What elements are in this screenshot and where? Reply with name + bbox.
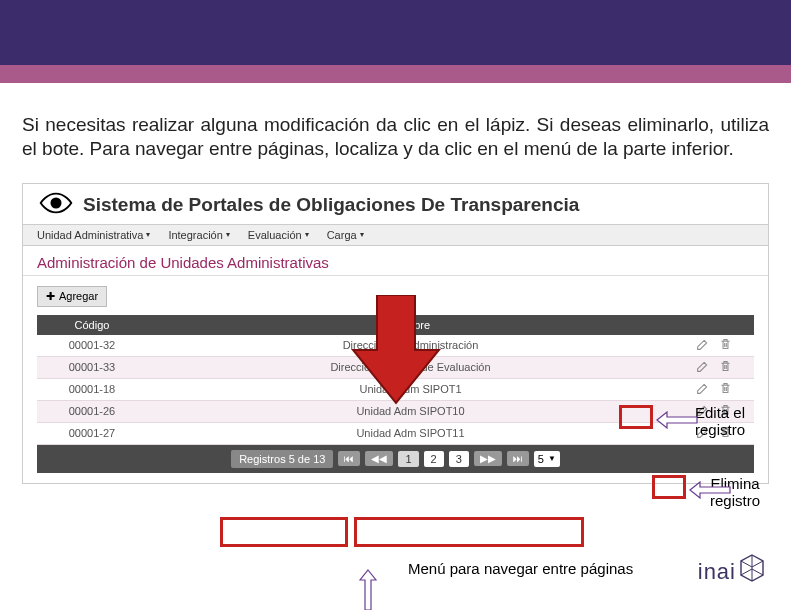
cell-actions (674, 335, 754, 357)
trash-icon[interactable] (719, 360, 732, 375)
section-title: Administración de Unidades Administrativ… (23, 246, 768, 276)
cell-actions (674, 378, 754, 400)
inai-logo-text: inai (698, 559, 736, 585)
pager-page-2[interactable]: 2 (424, 451, 444, 467)
callout-label-edit: Edita elregistro (695, 404, 745, 439)
cell-name: Unidad Adm SIPOT11 (147, 422, 674, 444)
pager-next[interactable]: ▶▶ (474, 451, 502, 466)
col-code: Código (37, 315, 147, 335)
instruction-text: Si necesitas realizar alguna modificació… (0, 83, 791, 173)
red-arrow-annotation (351, 295, 441, 409)
caret-icon: ▾ (305, 230, 309, 239)
add-button-label: Agregar (59, 290, 98, 302)
highlight-pager-controls (354, 517, 584, 547)
cell-actions (674, 356, 754, 378)
cell-code: 00001-27 (37, 422, 147, 444)
system-header: Sistema de Portales de Obligaciones De T… (23, 184, 768, 224)
plus-icon: ✚ (46, 290, 55, 303)
add-button[interactable]: ✚ Agregar (37, 286, 107, 307)
pager-page-1[interactable]: 1 (398, 451, 418, 467)
menu-unidad-administrativa[interactable]: Unidad Administrativa▾ (37, 229, 150, 241)
col-actions (674, 315, 754, 335)
cell-code: 00001-26 (37, 400, 147, 422)
cell-code: 00001-32 (37, 335, 147, 357)
slide-banner-accent (0, 65, 791, 83)
menu-evaluacion[interactable]: Evaluación▾ (248, 229, 309, 241)
caret-icon: ▾ (226, 230, 230, 239)
pager-bar: Registros 5 de 13 ⏮ ◀◀ 1 2 3 ▶▶ ⏭ 5 ▼ (37, 445, 754, 473)
cell-code: 00001-33 (37, 356, 147, 378)
callout-arrow-edit (655, 411, 699, 433)
inai-logo-icon (739, 554, 765, 590)
slide-banner-top (0, 0, 791, 65)
svg-point-0 (50, 197, 61, 208)
chevron-down-icon: ▼ (548, 454, 556, 463)
highlight-pager-info (220, 517, 348, 547)
menu-carga[interactable]: Carga▾ (327, 229, 364, 241)
callout-arrow-trash (688, 481, 732, 503)
caret-icon: ▾ (360, 230, 364, 239)
pencil-icon[interactable] (696, 382, 709, 397)
trash-icon[interactable] (719, 382, 732, 397)
caret-icon: ▾ (146, 230, 150, 239)
eye-icon (39, 190, 73, 220)
pager-size-select[interactable]: 5 ▼ (534, 451, 560, 467)
pager-info: Registros 5 de 13 (231, 450, 333, 468)
menubar: Unidad Administrativa▾ Integración▾ Eval… (23, 224, 768, 246)
callout-label-pager: Menú para navegar entre páginas (408, 560, 633, 577)
callout-arrow-pager (355, 568, 377, 610)
pager-last[interactable]: ⏭ (507, 451, 529, 466)
pager-page-3[interactable]: 3 (449, 451, 469, 467)
cell-code: 00001-18 (37, 378, 147, 400)
pager-prev[interactable]: ◀◀ (365, 451, 393, 466)
table-row: 00001-27Unidad Adm SIPOT11 (37, 422, 754, 444)
inai-logo: inai (698, 554, 765, 590)
trash-icon[interactable] (719, 338, 732, 353)
system-title: Sistema de Portales de Obligaciones De T… (83, 194, 579, 216)
pager-first[interactable]: ⏮ (338, 451, 360, 466)
menu-integracion[interactable]: Integración▾ (168, 229, 229, 241)
pencil-icon[interactable] (696, 338, 709, 353)
pencil-icon[interactable] (696, 360, 709, 375)
